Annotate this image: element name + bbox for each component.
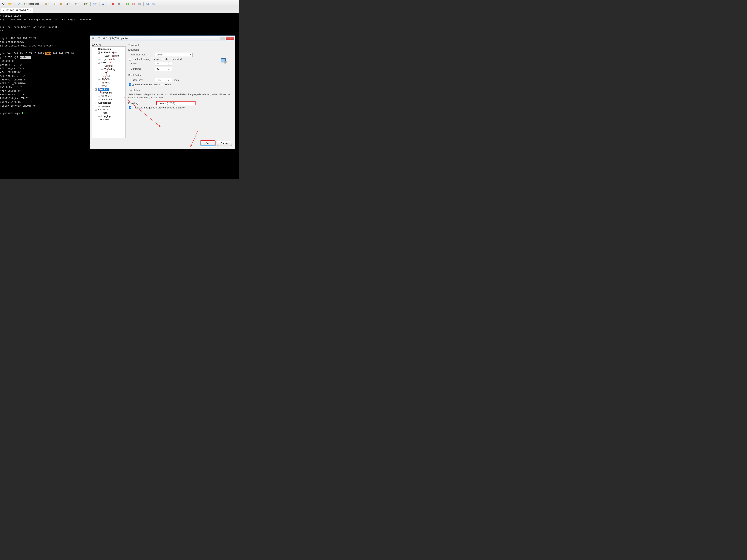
cjk-label: Treat CJK ambiguous characters as wide c… <box>132 106 185 109</box>
tree-logging[interactable]: ⋯Logging <box>93 115 125 118</box>
tree-proxy[interactable]: ⋯Proxy <box>93 84 125 88</box>
tree-appearance[interactable]: −Appearance <box>93 101 125 105</box>
tree-authentication[interactable]: −Authentication <box>93 51 125 54</box>
tree-login-scripts[interactable]: ⋯Login Scripts <box>93 57 125 61</box>
reconnect-button[interactable]: Reconnect <box>22 1 40 6</box>
dialog-close-button[interactable]: ✕ <box>226 36 234 40</box>
reconnect-label: Reconnect <box>28 3 38 5</box>
about-button[interactable] <box>151 1 156 6</box>
print-button[interactable]: ▾ <box>74 1 80 6</box>
rows-down[interactable]: ▼ <box>167 64 170 65</box>
gear-button[interactable] <box>117 1 122 6</box>
script-button[interactable] <box>110 1 115 6</box>
buf-down[interactable]: ▼ <box>167 80 170 82</box>
tree-telnet[interactable]: ⋯TELNET <box>93 74 125 78</box>
category-label: CCategory:ategory: <box>92 43 126 46</box>
tree-trace[interactable]: ⋯Trace <box>93 111 125 115</box>
font-icon: Aa <box>102 2 105 5</box>
tree-zmodem[interactable]: ⋯ZMODEM <box>93 118 125 121</box>
buffer-size-input[interactable] <box>155 79 166 81</box>
tree-vt-modes[interactable]: ⋯VT Modes <box>93 95 125 98</box>
encoding-combo[interactable]: Unicode (UTF-8)▼ <box>156 101 196 105</box>
terminal-type-combo[interactable]: xterm▼ <box>155 53 192 57</box>
svg-rect-8 <box>75 3 77 4</box>
main-toolbar: w▾ ▾ Reconnect ▾ ▾ ▾ ▾ ▾ Aa▾ ? <box>0 0 239 8</box>
separator <box>72 2 72 6</box>
printer-icon <box>75 2 78 5</box>
use-terminal-size-label: Use the following terminal size when con… <box>132 58 182 60</box>
emulation-group-label: Emulation <box>128 49 232 51</box>
script-icon <box>111 2 114 5</box>
gear-icon <box>118 2 121 5</box>
globe-button[interactable]: ▾ <box>92 1 98 6</box>
dialog-help-button[interactable]: ? <box>220 36 225 40</box>
svg-text:?: ? <box>147 3 149 5</box>
svg-rect-10 <box>84 3 85 4</box>
svg-point-0 <box>19 3 20 4</box>
copy-button[interactable] <box>53 1 58 6</box>
keyboard-button[interactable] <box>137 1 142 6</box>
find-button[interactable]: ▾ <box>65 1 71 6</box>
separator <box>51 2 51 6</box>
tree-serial[interactable]: ⋯SERIAL <box>93 81 125 84</box>
tree-sftp[interactable]: ⋯SFTP <box>93 71 125 74</box>
category-tree[interactable]: −Connection −Authentication ⋯Login Promp… <box>92 47 126 138</box>
svg-rect-20 <box>126 4 127 5</box>
tree-tunneling[interactable]: ⋯Tunneling <box>93 68 125 71</box>
help-icon: ? <box>146 2 149 5</box>
tree-margins[interactable]: ⋯Margins <box>93 105 125 108</box>
tree-rlogin[interactable]: ⋯RLOGIN <box>93 78 125 81</box>
tile1-button[interactable] <box>125 1 130 6</box>
link-button[interactable] <box>16 1 22 6</box>
tree-login-prompts[interactable]: ⋯Login Prompts <box>93 54 125 57</box>
ok-button[interactable]: OK <box>200 141 215 146</box>
push-erased-label: Push erased screen into Scroll Buffer. <box>132 83 172 86</box>
separator <box>123 2 123 6</box>
tile2-button[interactable] <box>131 1 136 6</box>
use-terminal-size-checkbox[interactable] <box>129 58 131 60</box>
tree-ssh[interactable]: −SSH <box>93 61 125 64</box>
separator <box>15 2 15 6</box>
color-button[interactable]: ▾ <box>83 1 89 6</box>
tree-security[interactable]: ⋯Security <box>93 64 125 68</box>
open-folder-button[interactable]: ▾ <box>7 1 13 6</box>
tree-keyboard[interactable]: ⋯Keyboard <box>93 91 125 95</box>
new-window-button[interactable]: w▾ <box>1 1 6 6</box>
push-erased-checkbox[interactable] <box>129 83 131 86</box>
dialog-titlebar[interactable]: 182.207.131.62-准生产 Properties ? ✕ <box>90 36 235 41</box>
session-tab[interactable]: ● 182.207.131.62-准生产 × <box>1 8 33 13</box>
svg-point-6 <box>66 3 68 4</box>
props-icon <box>45 2 47 5</box>
font-button[interactable]: Aa▾ <box>101 1 107 6</box>
columns-spinner[interactable]: ▲▼ <box>155 67 172 71</box>
rows-spinner[interactable]: ▲▼ <box>155 61 172 66</box>
rows-up[interactable]: ▲ <box>167 62 170 64</box>
tab-close-button[interactable]: × <box>30 9 31 12</box>
columns-input[interactable] <box>155 68 166 70</box>
bubble-icon <box>152 2 155 5</box>
tree-terminal[interactable]: −Terminal <box>93 88 125 91</box>
cols-down[interactable]: ▼ <box>167 69 170 71</box>
tree-advanced2[interactable]: −Advanced <box>93 108 125 111</box>
rows-input[interactable] <box>155 62 166 65</box>
svg-rect-13 <box>85 4 87 5</box>
buf-up[interactable]: ▲ <box>167 78 170 80</box>
buffer-unit: lines <box>174 79 179 81</box>
properties-button[interactable]: ▾ <box>44 1 50 6</box>
paste-icon <box>60 2 63 5</box>
svg-rect-24 <box>132 4 133 5</box>
dialog-title: 182.207.131.62-准生产 Properties <box>92 37 128 40</box>
help-toolbar-button[interactable]: ? <box>145 1 150 6</box>
cols-up[interactable]: ▲ <box>167 67 170 69</box>
svg-rect-25 <box>133 4 135 5</box>
cjk-checkbox[interactable] <box>129 106 131 109</box>
cancel-button[interactable]: Cancel <box>217 141 232 146</box>
tab-title: 182.207.131.62-准生产 <box>6 9 29 12</box>
svg-rect-5 <box>61 3 62 3</box>
tree-connection[interactable]: −Connection <box>93 47 125 51</box>
paste-button[interactable] <box>59 1 64 6</box>
tree-advanced[interactable]: ⋯Advanced <box>93 98 125 101</box>
encoding-value: Unicode (UTF-8) <box>158 102 175 105</box>
buffer-size-spinner[interactable]: ▲▼ <box>155 78 172 82</box>
folder-open-icon <box>8 2 11 5</box>
